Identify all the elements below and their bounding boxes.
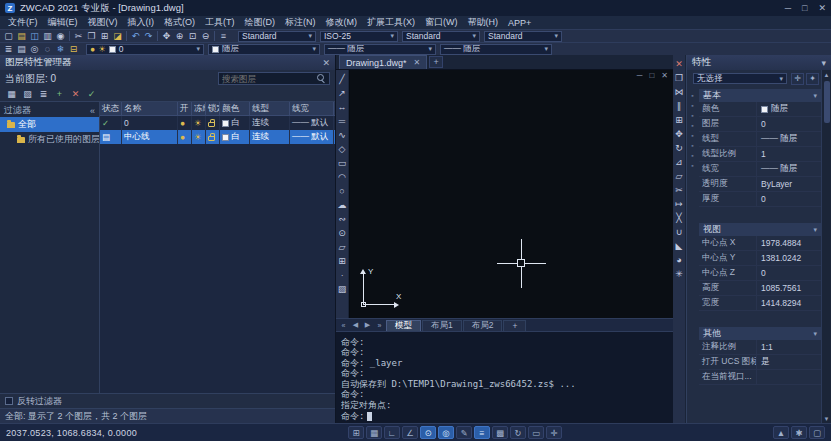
layer-isolate-icon[interactable]: ◎ [28, 43, 41, 55]
tab-layout2[interactable]: 布局2 [463, 320, 503, 331]
cut-icon[interactable]: ✂ [72, 30, 85, 42]
layer-lock-icon[interactable] [206, 116, 220, 130]
point-icon[interactable]: ∙ [336, 268, 349, 281]
model-canvas[interactable]: ─ □ ✕ X [349, 70, 673, 318]
column-name[interactable]: 名称 [122, 102, 178, 115]
lpm-close-button[interactable]: ✕ [322, 58, 330, 68]
property-row-color[interactable]: 颜色 随层 [699, 102, 821, 117]
explode-icon[interactable]: ✳ [673, 267, 686, 280]
ui-settings-icon[interactable]: ✱ [791, 426, 807, 439]
rectangle-icon[interactable]: ▭ [336, 156, 349, 169]
save-icon[interactable]: ◫ [28, 30, 41, 42]
layer-linetype-cell[interactable]: 连续 [250, 130, 290, 144]
property-value[interactable]: —— 随层 [757, 133, 821, 145]
menu-insert[interactable]: 插入(I) [123, 16, 160, 29]
mirror-icon[interactable]: ⋈ [673, 85, 686, 98]
property-row-height[interactable]: 高度 1085.7561 [699, 281, 821, 296]
break-icon[interactable]: ╳ [673, 211, 686, 224]
palette-tab-icon[interactable]: ▪ [691, 92, 693, 99]
property-row-thickness[interactable]: 厚度 0 [699, 192, 821, 207]
circle-icon[interactable]: ○ [336, 184, 349, 197]
table-style-select[interactable]: Standard ▾ [402, 31, 480, 42]
scrollbar-thumb[interactable] [824, 81, 830, 123]
ortho-toggle[interactable]: ∟ [384, 426, 400, 439]
construction-line-icon[interactable]: ↔ [336, 100, 349, 113]
linetype-control-select[interactable]: —— 随层 ▾ [324, 44, 436, 55]
rotate-icon[interactable]: ↻ [673, 141, 686, 154]
collapse-tree-button[interactable]: « [90, 106, 95, 116]
menu-help[interactable]: 帮助(H) [463, 16, 504, 29]
fillet-icon[interactable]: ◕ [673, 253, 686, 266]
undo-icon[interactable]: ↶ [129, 30, 142, 42]
pan-icon[interactable]: ✥ [160, 30, 173, 42]
copy-object-icon[interactable]: ❐ [673, 71, 686, 84]
menu-express-tools[interactable]: 扩展工具(X) [362, 16, 420, 29]
erase-icon[interactable]: ✕ [673, 57, 686, 70]
property-row-center-z[interactable]: 中心点 Z 0 [699, 266, 821, 281]
mleader-style-select[interactable]: Standard ▾ [484, 31, 562, 42]
tab-model[interactable]: 模型 [386, 320, 421, 331]
new-document-button[interactable]: + [429, 56, 443, 68]
chamfer-icon[interactable]: ◣ [673, 239, 686, 252]
filter-tree-item-all[interactable]: 全部 [0, 117, 99, 132]
layer-on-icon[interactable]: ● [178, 116, 192, 130]
clean-screen-icon[interactable]: ▢ [809, 426, 825, 439]
maximize-button[interactable]: □ [802, 3, 807, 13]
tab-layout1[interactable]: 布局1 [422, 320, 462, 331]
lineweight-control-select[interactable]: —— 随层 ▾ [440, 44, 552, 55]
menu-file[interactable]: 文件(F) [3, 16, 43, 29]
child-close-button[interactable]: ✕ [661, 71, 668, 80]
offset-icon[interactable]: ∥ [673, 99, 686, 112]
minimize-button[interactable]: ─ [785, 3, 791, 13]
menu-app-plus[interactable]: APP+ [503, 18, 536, 28]
make-block-icon[interactable]: ⊞ [336, 254, 349, 267]
polar-toggle[interactable]: ∠ [402, 426, 418, 439]
column-linetype[interactable]: 线型 [250, 102, 290, 115]
otrack-toggle[interactable]: ◎ [438, 426, 454, 439]
column-color[interactable]: 颜色 [220, 102, 250, 115]
scale-icon[interactable]: ⊿ [673, 155, 686, 168]
menu-view[interactable]: 视图(V) [83, 16, 123, 29]
layer-search-box[interactable] [218, 72, 330, 85]
hatch-icon[interactable]: ▨ [336, 282, 349, 295]
dynamic-input-toggle[interactable]: ✎ [456, 426, 472, 439]
array-icon[interactable]: ⊞ [673, 113, 686, 126]
filter-tree-item-used[interactable]: 所有已使用的图层 [0, 132, 99, 147]
property-row-center-y[interactable]: 中心点 Y 1381.0242 [699, 251, 821, 266]
zoom-previous-icon[interactable]: ⊖ [199, 30, 212, 42]
property-value[interactable]: 1 [757, 149, 821, 159]
properties-icon[interactable]: ≡ [217, 30, 230, 42]
stretch-icon[interactable]: ▱ [673, 169, 686, 182]
menu-modify[interactable]: 修改(M) [321, 16, 363, 29]
open-icon[interactable]: ▤ [15, 30, 28, 42]
snap-toggle[interactable]: ⊞ [348, 426, 364, 439]
close-tab-icon[interactable]: ✕ [414, 58, 421, 67]
palette-tab-icon[interactable]: ▪ [691, 102, 693, 109]
column-freeze[interactable]: 冻结 [192, 102, 206, 115]
section-misc[interactable]: 其他 ▾ [699, 327, 821, 340]
layer-off-icon[interactable]: ◌ [41, 43, 54, 55]
property-value[interactable]: 是 [757, 356, 821, 368]
property-row-ucs-icon-on[interactable]: 打开 UCS 图标 是 [699, 355, 821, 370]
redo-icon[interactable]: ↷ [142, 30, 155, 42]
property-value[interactable]: 1978.4884 [757, 238, 821, 248]
child-restore-button[interactable]: □ [649, 71, 654, 80]
property-row-lineweight[interactable]: 线宽 —— 随层 [699, 162, 821, 177]
layer-row-0[interactable]: ✓ 0 ● ☀ 白 连续 —— 默认 [100, 116, 335, 130]
child-minimize-button[interactable]: ─ [637, 71, 643, 80]
grid-toggle[interactable]: ▦ [366, 426, 382, 439]
color-control-select[interactable]: 随层 ▾ [208, 44, 320, 55]
column-status[interactable]: 状态 [100, 102, 122, 115]
move-icon[interactable]: ✥ [673, 127, 686, 140]
property-value[interactable]: 随层 [757, 103, 821, 115]
palette-tab-icon[interactable]: ▪ [691, 142, 693, 149]
palette-tab-icon[interactable]: ▪ [691, 152, 693, 159]
join-icon[interactable]: ∪ [673, 225, 686, 238]
layer-linetype-cell[interactable]: 连续 [250, 116, 290, 130]
scroll-down-icon[interactable]: ▼ [824, 414, 830, 423]
insert-block-icon[interactable]: ▱ [336, 240, 349, 253]
property-value[interactable]: 0 [757, 119, 821, 129]
menu-window[interactable]: 窗口(W) [420, 16, 463, 29]
layer-lock-icon[interactable]: ⊟ [67, 43, 80, 55]
property-row-linetype-scale[interactable]: 线型比例 1 [699, 147, 821, 162]
